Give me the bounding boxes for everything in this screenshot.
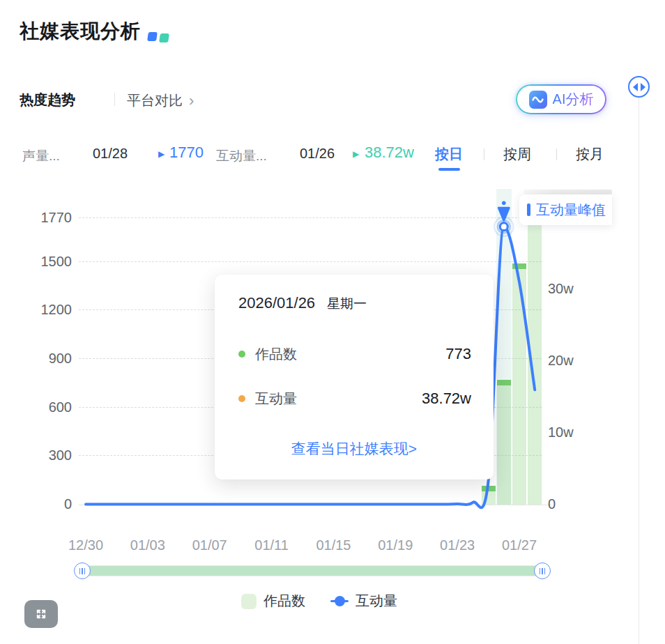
collapse-arrows-icon bbox=[632, 82, 646, 92]
x-axis-tick: 01/27 bbox=[488, 537, 551, 553]
chevron-right-icon: › bbox=[189, 95, 194, 107]
x-axis-tick: 01/03 bbox=[116, 537, 179, 553]
page-title: 社媒表现分析 bbox=[20, 18, 141, 45]
chart-tooltip: 2026/01/26 星期一 作品数 773 互动量 38.72w 查看当日社媒… bbox=[215, 275, 494, 480]
granularity-by-day[interactable]: 按日 bbox=[435, 145, 463, 164]
view-day-performance-link[interactable]: 查看当日社媒表现> bbox=[215, 439, 494, 459]
page-header: 社媒表现分析 bbox=[20, 18, 169, 45]
tooltip-works-value: 773 bbox=[445, 345, 471, 363]
tooltip-engagement-label: 互动量 bbox=[255, 390, 297, 408]
ai-analysis-button[interactable]: AI分析 bbox=[516, 84, 606, 114]
x-axis-tick: 01/19 bbox=[364, 537, 427, 553]
works-dot-icon bbox=[238, 351, 245, 358]
tooltip-works-label: 作品数 bbox=[255, 345, 297, 364]
panel-collapse-button[interactable] bbox=[628, 76, 650, 98]
engagement-date: 01/26 bbox=[300, 146, 335, 162]
tab-divider bbox=[114, 93, 115, 106]
x-axis-tick: 12/30 bbox=[54, 537, 117, 553]
y-axis-tick-left: 1770 bbox=[0, 210, 72, 226]
granularity-by-week[interactable]: 按周 bbox=[503, 145, 531, 164]
gridline bbox=[79, 261, 542, 262]
bar-cap bbox=[482, 486, 496, 491]
peak-annotation-label: 互动量峰值 bbox=[536, 201, 606, 220]
background-card-edge bbox=[523, 190, 612, 194]
y-axis-tick-left: 600 bbox=[0, 399, 72, 415]
granularity-divider bbox=[556, 148, 557, 160]
tab-platform-compare-label: 平台对比 bbox=[127, 91, 183, 110]
granularity-divider bbox=[484, 148, 484, 160]
tab-platform-compare[interactable]: 平台对比 › bbox=[127, 91, 194, 110]
tooltip-weekday: 星期一 bbox=[327, 295, 367, 313]
social-media-analysis-panel: 社媒表现分析 热度趋势 平台对比 › AI分析 声量... 01/28 ▶ 17… bbox=[0, 0, 665, 644]
y-axis-tick-left: 1200 bbox=[0, 302, 72, 318]
tooltip-row-engagement: 互动量 38.72w bbox=[238, 390, 471, 408]
peak-annotation-accent-bar bbox=[527, 204, 530, 216]
legend-item-works[interactable]: 作品数 bbox=[241, 592, 305, 611]
y-axis-tick-right: 30w bbox=[548, 281, 574, 297]
y-axis-tick-left: 300 bbox=[0, 447, 72, 463]
engagement-value: 38.72w bbox=[365, 144, 414, 162]
engagement-dot-icon bbox=[238, 395, 245, 402]
bar-01/27[interactable] bbox=[512, 263, 526, 505]
volume-value: 1770 bbox=[169, 144, 204, 162]
tooltip-date: 2026/01/26 bbox=[238, 294, 315, 312]
granularity-by-month[interactable]: 按月 bbox=[576, 145, 604, 164]
bar-cap bbox=[512, 263, 526, 269]
x-axis-tick: 01/11 bbox=[240, 537, 303, 553]
bar-01/25[interactable] bbox=[482, 486, 496, 505]
volume-date: 01/28 bbox=[93, 146, 128, 162]
volume-marker-icon: ▶ bbox=[158, 149, 165, 159]
date-range-slider-selection[interactable] bbox=[82, 566, 542, 576]
tooltip-date-row: 2026/01/26 星期一 bbox=[238, 294, 367, 313]
volume-series-label: 声量... bbox=[22, 147, 60, 165]
y-axis-tick-left: 0 bbox=[0, 496, 72, 512]
chart-legend: 作品数 互动量 bbox=[0, 592, 639, 611]
tab-heat-trend[interactable]: 热度趋势 bbox=[20, 91, 75, 109]
peak-annotation-card[interactable]: 互动量峰值 bbox=[519, 194, 612, 225]
granularity-active-underline bbox=[438, 168, 460, 171]
tooltip-row-works: 作品数 773 bbox=[238, 345, 471, 363]
panel-divider bbox=[639, 97, 639, 644]
slider-handle-left[interactable] bbox=[74, 562, 91, 579]
bar-cap bbox=[497, 380, 511, 385]
title-decoration-blue-square bbox=[147, 32, 158, 41]
ai-wave-icon bbox=[529, 91, 547, 109]
y-axis-tick-left: 900 bbox=[0, 351, 72, 367]
expand-arrows-icon bbox=[34, 607, 48, 621]
engagement-line-marker-icon bbox=[330, 596, 349, 606]
legend-item-engagement[interactable]: 互动量 bbox=[330, 592, 397, 611]
y-axis-tick-right: 0 bbox=[548, 496, 556, 512]
x-axis-tick: 01/07 bbox=[178, 537, 241, 553]
engagement-marker-icon: ▶ bbox=[353, 149, 359, 159]
bar-01/26[interactable] bbox=[497, 380, 511, 505]
y-axis-tick-right: 20w bbox=[548, 353, 574, 369]
bar-01/28[interactable] bbox=[528, 218, 542, 505]
x-axis-baseline bbox=[79, 505, 551, 505]
gridline bbox=[79, 217, 542, 218]
slider-handle-right[interactable] bbox=[534, 562, 551, 579]
works-swatch-icon bbox=[241, 594, 257, 609]
tooltip-engagement-value: 38.72w bbox=[422, 390, 471, 408]
engagement-series-label: 互动量... bbox=[216, 147, 267, 165]
x-axis-tick: 01/23 bbox=[426, 537, 489, 553]
title-decoration-teal-square bbox=[159, 33, 169, 43]
y-axis-tick-left: 1500 bbox=[0, 254, 72, 270]
y-axis-tick-right: 10w bbox=[548, 424, 574, 440]
ai-analysis-label: AI分析 bbox=[553, 90, 594, 109]
legend-engagement-label: 互动量 bbox=[356, 592, 397, 611]
x-axis-tick: 01/15 bbox=[302, 537, 365, 553]
fullscreen-button[interactable] bbox=[24, 600, 58, 628]
legend-works-label: 作品数 bbox=[263, 592, 305, 611]
